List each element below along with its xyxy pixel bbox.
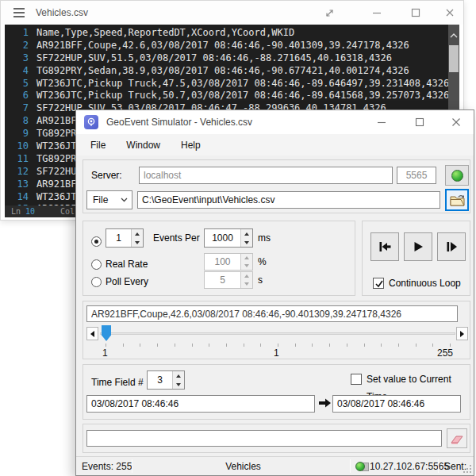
events-count-status: Events: 255 — [82, 457, 132, 476]
eraser-icon — [450, 433, 464, 444]
time-field-spinner — [147, 370, 185, 390]
chevron-down-icon — [121, 198, 128, 202]
real-rate-input[interactable] — [205, 254, 240, 270]
continuous-loop-label: Continuous Loop — [389, 274, 461, 292]
poll-input[interactable] — [205, 272, 240, 288]
menubar: File Window Help — [76, 134, 474, 155]
connect-button[interactable] — [445, 165, 469, 186]
spinner-up-icon[interactable] — [132, 229, 143, 238]
open-folder-icon — [450, 194, 465, 206]
server-label: Server: — [91, 167, 122, 184]
menu-file[interactable]: File — [89, 138, 107, 152]
editor-titlebar: Vehicles.csv — [1, 1, 463, 25]
radio-real-rate[interactable] — [91, 259, 102, 270]
slider-track[interactable] — [100, 332, 455, 335]
connection-status-icon — [451, 170, 463, 182]
file-path-input[interactable] — [137, 191, 440, 209]
radio-poll-every[interactable] — [91, 277, 102, 287]
code-line: 2AR921BFF,Coupe,42.6,03/08/2017 08:46:46… — [5, 40, 448, 52]
event-slider-group: 1 1 255 — [83, 301, 470, 359]
line-number-value: 10 — [25, 207, 35, 216]
real-rate-label: Real Rate — [106, 255, 148, 273]
connection-group: Server: File — [83, 159, 470, 213]
geoevent-app-icon — [84, 115, 98, 129]
time-field-input[interactable] — [148, 371, 172, 389]
arrow-right-icon — [318, 397, 332, 412]
poll-every-label: Poll Every — [106, 273, 148, 290]
close-icon[interactable] — [446, 114, 466, 130]
minimize-icon[interactable] — [368, 6, 386, 20]
simulator-statusbar: Events: 255 Vehicles 10.27.102.67:5565 S… — [76, 456, 474, 475]
slider-right-button[interactable] — [456, 327, 468, 340]
column-label: Col — [60, 205, 75, 217]
events-count-input[interactable] — [106, 229, 131, 247]
menu-help[interactable]: Help — [179, 138, 202, 152]
seconds-unit-label: s — [258, 271, 263, 289]
spinner-up-icon[interactable] — [173, 371, 184, 380]
slider-left-button[interactable] — [86, 327, 98, 340]
slider-max-label: 255 — [437, 347, 453, 359]
spinner-down-icon[interactable] — [132, 238, 143, 247]
server-port-input[interactable] — [397, 167, 436, 184]
geoevent-simulator-window: GeoEvent Simulator - Vehicles.csv File W… — [75, 109, 474, 476]
interval-input[interactable] — [205, 229, 240, 247]
browse-file-button[interactable] — [445, 189, 469, 211]
code-line: 3SF722HUP,SUV,51.5,03/08/2017 08:46:46,-… — [5, 52, 448, 65]
fullscreen-icon[interactable] — [321, 6, 338, 20]
close-icon[interactable] — [441, 6, 459, 20]
connected-status-icon — [355, 462, 365, 471]
set-current-time-checkbox[interactable] — [351, 374, 362, 385]
slider-min-label: 1 — [102, 347, 108, 359]
poll-spinner — [204, 271, 253, 289]
menu-window[interactable]: Window — [125, 138, 162, 152]
continuous-loop-checkbox[interactable] — [373, 278, 384, 289]
rate-group: Events Per ms Real Rate % Poll Every s — [83, 221, 355, 296]
scroll-up-icon[interactable] — [448, 28, 459, 37]
spinner-down-icon[interactable] — [241, 238, 252, 247]
source-type-dropdown[interactable]: File — [86, 190, 132, 209]
hamburger-menu-icon[interactable] — [13, 8, 25, 17]
events-per-label: Events Per — [153, 229, 200, 247]
code-line: 1Name,Type,Speed,ReportedDT,XCoord,YCoor… — [5, 27, 448, 40]
scrollbar-thumb[interactable] — [449, 45, 459, 72]
time-from-input[interactable] — [86, 395, 315, 413]
slider-current-label: 1 — [274, 347, 279, 359]
step-forward-icon — [443, 239, 459, 255]
step-button[interactable] — [437, 232, 466, 261]
arrow-left-icon — [90, 331, 94, 337]
percent-unit-label: % — [258, 253, 267, 271]
log-group — [83, 424, 470, 453]
time-field-group: Time Field # Set value to Current Time — [83, 364, 470, 420]
editor-window-title: Vehicles.csv — [36, 7, 88, 18]
slider-thumb[interactable] — [102, 325, 111, 341]
server-host-input[interactable] — [139, 167, 393, 184]
spinner-down-icon[interactable] — [173, 380, 184, 389]
radio-events-per[interactable] — [91, 236, 102, 247]
maximize-icon[interactable] — [409, 114, 430, 130]
spinner-up-icon — [241, 272, 252, 280]
check-icon — [374, 279, 384, 289]
spinner-down-icon — [241, 280, 252, 288]
code-line: 5WT236JTC,Pickup Truck,47.5,03/08/2017 0… — [5, 78, 448, 90]
spinner-down-icon — [241, 262, 252, 270]
resize-grip[interactable] — [463, 465, 471, 473]
time-to-input[interactable] — [332, 395, 461, 413]
current-event-input[interactable] — [86, 305, 458, 322]
arrow-right-icon — [460, 331, 464, 337]
simulator-window-title: GeoEvent Simulator - Vehicles.csv — [106, 117, 252, 128]
status-divider — [132, 459, 132, 473]
simulation-name-status: Vehicles — [136, 457, 350, 476]
skip-to-start-icon — [377, 239, 393, 255]
spinner-up-icon[interactable] — [241, 229, 252, 238]
minimize-icon[interactable] — [371, 114, 392, 130]
ms-unit-label: ms — [258, 229, 271, 247]
clear-log-button[interactable] — [447, 428, 467, 448]
maximize-icon[interactable] — [407, 6, 424, 20]
rewind-to-start-button[interactable] — [370, 232, 399, 261]
play-button[interactable] — [404, 232, 432, 261]
status-divider — [350, 459, 351, 473]
log-output-input[interactable] — [86, 430, 442, 447]
status-divider — [438, 459, 439, 473]
simulator-titlebar: GeoEvent Simulator - Vehicles.csv — [76, 110, 474, 134]
time-field-label: Time Field # — [91, 374, 144, 391]
